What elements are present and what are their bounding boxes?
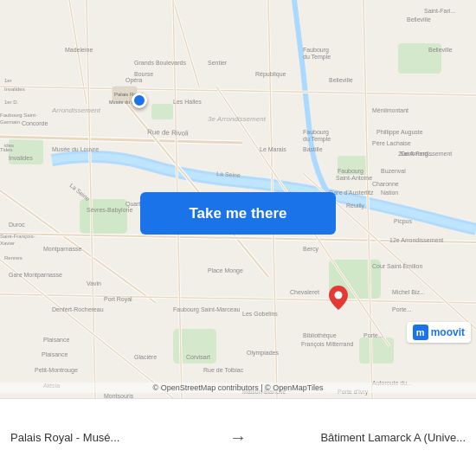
svg-text:Belleville: Belleville <box>428 47 453 53</box>
svg-text:Saint-François-: Saint-François- <box>0 234 35 239</box>
svg-text:Le Marais: Le Marais <box>260 146 286 152</box>
svg-text:Olympiades: Olympiades <box>247 350 279 357</box>
svg-text:Musée du Louvre: Musée du Louvre <box>52 146 99 152</box>
svg-text:Rue de Tolbiac: Rue de Tolbiac <box>203 367 244 373</box>
svg-text:Nation: Nation <box>381 190 398 196</box>
svg-text:Place Monge: Place Monge <box>208 267 243 274</box>
svg-text:Bercy: Bercy <box>303 246 318 253</box>
destination-marker <box>329 286 348 310</box>
svg-text:Bastille: Bastille <box>303 146 323 152</box>
svg-text:Arrondissement: Arrondissement <box>51 106 101 114</box>
svg-text:1er D.: 1er D. <box>4 100 19 105</box>
svg-text:Bourse: Bourse <box>134 71 153 77</box>
svg-text:Plaisance: Plaisance <box>42 351 68 357</box>
svg-text:Reuilly: Reuilly <box>346 203 365 209</box>
svg-text:Opéra: Opéra <box>125 77 143 84</box>
svg-text:Rennes: Rennes <box>4 255 23 261</box>
svg-text:Porte...: Porte... <box>392 306 412 312</box>
svg-text:Madeleine: Madeleine <box>65 47 93 53</box>
svg-text:Ménilmontant: Ménilmontant <box>372 107 408 113</box>
svg-text:Sentier: Sentier <box>208 60 228 66</box>
svg-text:Montparnasse: Montparnasse <box>43 246 81 253</box>
svg-text:Duroc: Duroc <box>9 222 25 228</box>
arrow-icon: → <box>229 428 247 447</box>
svg-text:Tides: Tides <box>0 147 12 152</box>
svg-text:Les Halles: Les Halles <box>173 99 202 105</box>
svg-text:Chevaleret: Chevaleret <box>290 289 319 295</box>
svg-text:Invalides: Invalides <box>4 87 25 92</box>
svg-text:Phillippe Auguste: Phillippe Auguste <box>376 129 423 136</box>
svg-text:République: République <box>255 71 286 78</box>
svg-text:Saint-Fari...: Saint-Fari... <box>424 8 455 14</box>
svg-text:Germain: Germain <box>0 119 20 125</box>
svg-text:1er: 1er <box>4 78 12 83</box>
svg-text:Picpus: Picpus <box>394 218 413 225</box>
svg-text:Saint-Antoine: Saint-Antoine <box>336 175 372 181</box>
svg-text:Vavin: Vavin <box>87 280 101 286</box>
svg-rect-1 <box>80 199 127 234</box>
svg-text:Faubourg: Faubourg <box>303 129 329 136</box>
bottom-bar: Palais Royal - Musé... → Bâtiment Lamarc… <box>0 398 476 476</box>
svg-text:Invalides: Invalides <box>9 155 33 161</box>
svg-text:Corvisart: Corvisart <box>186 354 210 360</box>
svg-text:3e Arrondissement: 3e Arrondissement <box>208 115 267 123</box>
map-attribution: © OpenStreetMap contributors | © OpenMap… <box>0 383 476 393</box>
svg-text:Port Royal: Port Royal <box>104 296 132 303</box>
svg-text:Saint-Farg...: Saint-Farg... <box>400 151 434 158</box>
map-container: Rue de Rivoli La Seine La Seine Opéra Co… <box>0 0 476 398</box>
svg-text:Gare Montparnasse: Gare Montparnasse <box>9 272 62 279</box>
svg-text:Porte...: Porte... <box>363 332 383 338</box>
svg-text:Buzenval: Buzenval <box>381 168 406 174</box>
svg-text:Rue de Rivoli: Rue de Rivoli <box>147 128 189 138</box>
svg-text:Faubourg Saint-Marceau: Faubourg Saint-Marceau <box>173 306 241 313</box>
svg-text:Xavier: Xavier <box>0 241 15 246</box>
moovit-icon: m <box>413 325 428 340</box>
origin-marker <box>132 93 147 108</box>
svg-text:Belleville: Belleville <box>329 77 353 83</box>
svg-text:Faubourg: Faubourg <box>303 47 329 54</box>
svg-text:du Temple: du Temple <box>303 54 331 61</box>
moovit-badge: m moovit <box>407 322 471 343</box>
svg-text:Glacière: Glacière <box>134 354 157 360</box>
svg-text:Sèvres-Babylone: Sèvres-Babylone <box>87 207 132 214</box>
svg-text:Plaisance: Plaisance <box>43 337 69 343</box>
svg-text:Concorde: Concorde <box>22 120 48 126</box>
svg-text:Belleville: Belleville <box>407 16 431 23</box>
svg-text:Cour Saint-Émilion: Cour Saint-Émilion <box>372 262 422 269</box>
svg-rect-2 <box>151 104 173 119</box>
svg-text:Grands Boulevards: Grands Boulevards <box>134 60 186 66</box>
svg-text:Les Gobelins: Les Gobelins <box>242 311 278 317</box>
svg-text:Denfert-Rochereau: Denfert-Rochereau <box>52 306 104 312</box>
svg-text:Gare d'Austerlitz: Gare d'Austerlitz <box>329 190 374 196</box>
svg-text:Charonne: Charonne <box>372 181 399 187</box>
svg-text:Petit-Montrouge: Petit-Montrouge <box>35 367 78 374</box>
take-me-there-button[interactable]: Take me there <box>140 192 336 235</box>
svg-text:François Mitterrand: François Mitterrand <box>301 341 353 348</box>
svg-text:Faubourg: Faubourg <box>338 168 363 175</box>
svg-text:Michel Biz...: Michel Biz... <box>392 289 425 295</box>
svg-rect-8 <box>359 338 394 363</box>
svg-text:Père Lachaise: Père Lachaise <box>372 140 411 146</box>
svg-point-125 <box>335 292 343 299</box>
destination-label: Bâtiment Lamarck A (Unive... <box>255 431 466 444</box>
moovit-label: moovit <box>431 326 465 338</box>
svg-text:12e Arrondissement: 12e Arrondissement <box>389 237 443 243</box>
svg-text:Bibliothèque: Bibliothèque <box>303 332 337 339</box>
origin-label: Palais Royal - Musé... <box>10 431 221 444</box>
svg-text:du Temple: du Temple <box>303 136 331 143</box>
svg-text:Faubourg Saint-: Faubourg Saint- <box>0 113 37 118</box>
